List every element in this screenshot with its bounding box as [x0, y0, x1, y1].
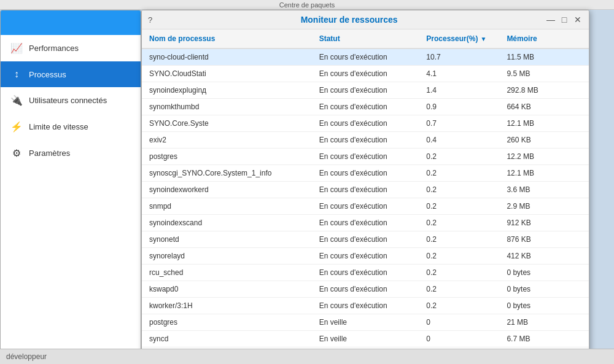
table-row[interactable]: kswapd0En cours d'exécution0.20 bytes: [142, 281, 589, 298]
col-header-process: Nom de processus: [142, 29, 312, 48]
help-icon[interactable]: ?: [148, 15, 152, 25]
cell-cpu: 0.2: [419, 215, 499, 231]
cell-status: En cours d'exécution: [312, 48, 419, 66]
cell-cpu: 0.2: [419, 149, 499, 165]
table-row[interactable]: synonetdEn cours d'exécution0.2876 KB: [142, 231, 589, 248]
cell-memory: 2.9 MB: [499, 198, 589, 215]
parametres-icon: ⚙: [10, 147, 23, 159]
col-header-cpu[interactable]: Processeur(%)▼: [419, 29, 499, 48]
maximize-button[interactable]: □: [559, 15, 569, 25]
cell-cpu: 4.1: [419, 66, 499, 82]
cell-memory: 12.1 MB: [499, 165, 589, 182]
topbar: Centre de paquets: [0, 0, 614, 10]
topbar-title: Centre de paquets: [279, 1, 335, 9]
cell-cpu: 0: [419, 331, 499, 347]
cell-status: En cours d'exécution: [312, 182, 419, 198]
cell-cpu: 0.2: [419, 165, 499, 182]
sidebar-item-limite[interactable]: ⚡Limite de vitesse: [1, 114, 141, 140]
table-row[interactable]: synomkthumbdEn cours d'exécution0.9664 K…: [142, 99, 589, 115]
process-table: Nom de processusStatutProcesseur(%)▼Mémo…: [142, 29, 589, 347]
window-titlebar: ? Moniteur de ressources — □ ✕: [142, 10, 589, 29]
cell-memory: 664 KB: [499, 99, 589, 115]
table-row[interactable]: synorelaydEn cours d'exécution0.2412 KB: [142, 248, 589, 265]
cell-status: En veille: [312, 314, 419, 331]
cell-cpu: 0.2: [419, 248, 499, 265]
cell-memory: 0 bytes: [499, 265, 589, 281]
sidebar-label-limite: Limite de vitesse: [29, 122, 88, 131]
cell-process: synoindexpluginд: [142, 82, 312, 99]
table-row[interactable]: SYNO.Core.SysteEn cours d'exécution0.712…: [142, 115, 589, 132]
cell-memory: 0 bytes: [499, 298, 589, 314]
cell-status: En veille: [312, 331, 419, 347]
cell-process: syncd: [142, 331, 312, 347]
cell-process: syno-cloud-clientd: [142, 48, 312, 66]
cell-cpu: 0.2: [419, 265, 499, 281]
cell-process: synomkthumbd: [142, 99, 312, 115]
close-button[interactable]: ✕: [573, 15, 583, 25]
minimize-button[interactable]: —: [546, 15, 556, 25]
cell-memory: 9.5 MB: [499, 66, 589, 82]
sidebar-item-performances[interactable]: 📈Performances: [1, 35, 141, 61]
cell-memory: 260 KB: [499, 132, 589, 149]
table-row[interactable]: SYNO.CloudStatiEn cours d'exécution4.19.…: [142, 66, 589, 82]
sidebar-item-utilisateurs[interactable]: 🔌Utilisateurs connectés: [1, 87, 141, 114]
cell-cpu: 0.7: [419, 115, 499, 132]
bottom-label: développeur: [6, 352, 47, 361]
table-row[interactable]: synoindexpluginдEn cours d'exécution1.42…: [142, 82, 589, 99]
cell-status: En cours d'exécution: [312, 149, 419, 165]
cell-cpu: 0.2: [419, 182, 499, 198]
bottom-bar: développeur: [0, 349, 614, 364]
sidebar-label-utilisateurs: Utilisateurs connectés: [29, 96, 107, 105]
cell-process: postgres: [142, 314, 312, 331]
cell-cpu: 0.4: [419, 132, 499, 149]
table-row[interactable]: synoindexworkerdEn cours d'exécution0.23…: [142, 182, 589, 198]
cell-status: En cours d'exécution: [312, 132, 419, 149]
cell-process: kworker/3:1H: [142, 298, 312, 314]
table-row[interactable]: snmpdEn cours d'exécution0.22.9 MB: [142, 198, 589, 215]
cell-process: synoindexworkerd: [142, 182, 312, 198]
cell-status: En cours d'exécution: [312, 298, 419, 314]
cell-cpu: 1.4: [419, 82, 499, 99]
cell-process: synoindexscand: [142, 215, 312, 231]
cell-status: En cours d'exécution: [312, 265, 419, 281]
table-row[interactable]: synoindexscandEn cours d'exécution0.2912…: [142, 215, 589, 231]
cell-status: En cours d'exécution: [312, 215, 419, 231]
sidebar-item-parametres[interactable]: ⚙Paramètres: [1, 140, 141, 166]
cell-memory: 12.2 MB: [499, 149, 589, 165]
processus-icon: ↕: [10, 69, 23, 80]
cell-status: En cours d'exécution: [312, 198, 419, 215]
cell-memory: 912 KB: [499, 215, 589, 231]
cell-status: En cours d'exécution: [312, 82, 419, 99]
table-row[interactable]: postgresEn cours d'exécution0.212.2 MB: [142, 149, 589, 165]
window-title: Moniteur de ressources: [152, 15, 546, 25]
col-header-status: Statut: [312, 29, 419, 48]
table-row[interactable]: kworker/3:1HEn cours d'exécution0.20 byt…: [142, 298, 589, 314]
window-controls: — □ ✕: [546, 15, 583, 25]
table-row[interactable]: rcu_schedEn cours d'exécution0.20 bytes: [142, 265, 589, 281]
sidebar-header: [1, 10, 141, 35]
sort-arrow-cpu: ▼: [480, 36, 486, 42]
table-row[interactable]: exiv2En cours d'exécution0.4260 KB: [142, 132, 589, 149]
cell-memory: 6.7 MB: [499, 331, 589, 347]
table-row[interactable]: postgresEn veille021 MB: [142, 314, 589, 331]
cell-process: SYNO.CloudStati: [142, 66, 312, 82]
cell-cpu: 0: [419, 314, 499, 331]
cell-memory: 0 bytes: [499, 281, 589, 298]
cell-process: kswapd0: [142, 281, 312, 298]
cell-status: En cours d'exécution: [312, 248, 419, 265]
table-row[interactable]: synoscgi_SYNO.Core.System_1_infoEn cours…: [142, 165, 589, 182]
cell-cpu: 10.7: [419, 48, 499, 66]
cell-process: SYNO.Core.Syste: [142, 115, 312, 132]
limite-icon: ⚡: [10, 121, 23, 133]
cell-cpu: 0.9: [419, 99, 499, 115]
main-window: ? Moniteur de ressources — □ ✕ Nom de pr…: [141, 10, 589, 354]
table-row[interactable]: syno-cloud-clientdEn cours d'exécution10…: [142, 48, 589, 66]
sidebar-item-processus[interactable]: ↕Processus: [1, 61, 141, 87]
cell-process: postgres: [142, 149, 312, 165]
cell-memory: 292.8 MB: [499, 82, 589, 99]
cell-process: synoscgi_SYNO.Core.System_1_info: [142, 165, 312, 182]
cell-status: En cours d'exécution: [312, 281, 419, 298]
table-container: Nom de processusStatutProcesseur(%)▼Mémo…: [142, 29, 589, 353]
table-row[interactable]: syncdEn veille06.7 MB: [142, 331, 589, 347]
cell-memory: 876 KB: [499, 231, 589, 248]
